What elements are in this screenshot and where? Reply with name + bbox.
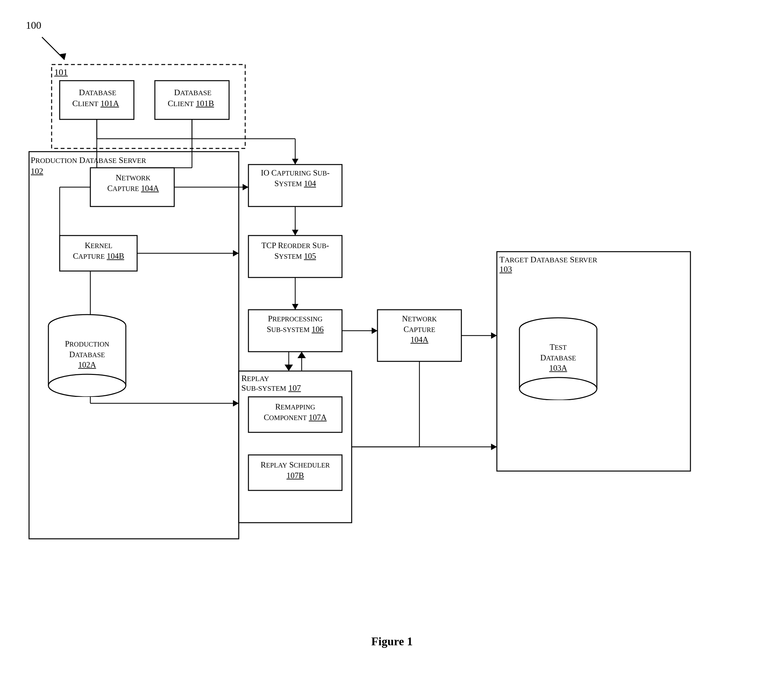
remapping-label: REMAPPINGCOMPONENT 107A: [251, 402, 339, 423]
io-capturing-label: IO CAPTURING SUB-SYSTEM 104: [251, 168, 339, 189]
figure-caption: Figure 1: [371, 635, 413, 648]
svg-marker-22: [292, 159, 299, 165]
preprocessing-label: PREPROCESSINGSUB-SYSTEM 106: [251, 314, 339, 335]
svg-marker-39: [372, 327, 378, 334]
kernel-capture-label: KERNELCAPTURE 104B: [62, 240, 135, 262]
svg-marker-31: [285, 364, 293, 371]
network-capture-104a-top-label: NETWORKCAPTURE 104A: [93, 173, 173, 194]
svg-marker-33: [297, 352, 306, 358]
svg-marker-29: [292, 304, 299, 310]
target-server-label: TARGET DATABASE SERVER103: [499, 255, 597, 274]
tcp-reorder-label: TCP REORDER SUB-SYSTEM 105: [251, 240, 339, 262]
svg-marker-35: [491, 444, 497, 450]
svg-marker-25: [243, 184, 249, 190]
svg-marker-1: [60, 53, 66, 60]
ref-100-label: 100: [26, 19, 41, 31]
svg-marker-27: [292, 230, 299, 235]
diagram-container: 100: [0, 0, 784, 674]
svg-point-58: [520, 377, 597, 400]
svg-marker-37: [491, 332, 497, 339]
production-db-label: PRODUCTIONDATABASE102A: [42, 339, 132, 370]
network-capture-104a-right-label: NETWORKCAPTURE104A: [380, 314, 459, 345]
svg-marker-48: [233, 400, 239, 406]
replay-scheduler-label: REPLAY SCHEDULER107B: [251, 460, 339, 481]
test-db-label: TESTDATABASE103A: [513, 342, 604, 374]
db-client-101a-label: DATABASECLIENT 101A: [62, 87, 131, 109]
ref-101-label: 101: [54, 67, 68, 78]
db-client-101b-label: DATABASECLIENT 101B: [157, 87, 227, 109]
svg-point-53: [48, 374, 126, 397]
svg-line-0: [42, 37, 65, 60]
svg-rect-11: [239, 371, 352, 523]
svg-marker-45: [233, 250, 239, 257]
replay-subsystem-header: REPLAYSUB-SYSTEM 107: [241, 374, 301, 393]
